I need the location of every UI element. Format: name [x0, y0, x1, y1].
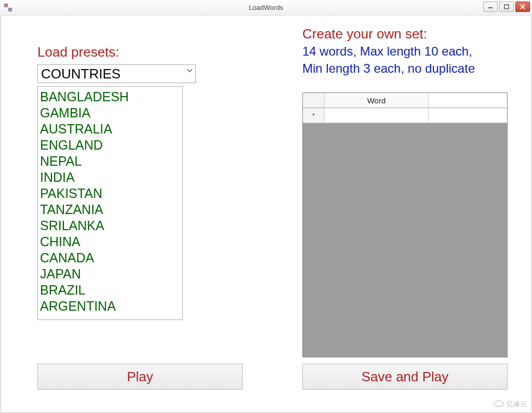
list-item[interactable]: ENGLAND — [40, 137, 179, 153]
list-item[interactable]: NEPAL — [40, 153, 179, 169]
preset-listbox[interactable]: BANGLADESHGAMBIAAUSTRALIAENGLANDNEPALIND… — [37, 86, 183, 320]
grid-cell-word[interactable] — [325, 108, 429, 123]
play-button[interactable]: Play — [37, 364, 243, 390]
watermark: 亿速云 — [493, 399, 527, 409]
cloud-icon — [493, 400, 504, 408]
grid-new-row-marker: * — [303, 108, 325, 123]
grid-header-row: Word — [303, 93, 507, 108]
svg-rect-1 — [504, 5, 509, 9]
list-item[interactable]: CANADA — [40, 250, 179, 266]
watermark-text: 亿速云 — [507, 399, 527, 409]
save-and-play-button[interactable]: Save and Play — [302, 364, 508, 390]
minimize-button[interactable] — [483, 2, 498, 12]
custom-panel: Create your own set: 14 words, Max lengt… — [302, 26, 508, 76]
rules-line-1: 14 words, Max length 10 each, — [302, 44, 508, 59]
list-item[interactable]: PAKISTAN — [40, 185, 179, 202]
preset-heading: Load presets: — [37, 44, 235, 60]
grid-corner-cell — [303, 93, 325, 108]
list-item[interactable]: INDIA — [40, 169, 179, 185]
close-icon — [520, 4, 525, 9]
chevron-down-icon — [186, 67, 193, 74]
list-item[interactable]: BRAZIL — [40, 282, 179, 298]
maximize-icon — [504, 4, 509, 9]
list-item[interactable]: BANGLADESH — [40, 89, 179, 105]
window-title: LoadWords — [0, 4, 532, 11]
list-item[interactable]: SRILANKA — [40, 218, 179, 234]
rules-line-2: Min length 3 each, no duplicate — [302, 61, 508, 76]
word-grid[interactable]: Word * — [302, 92, 508, 357]
preset-combobox-value: COUNTRIES — [41, 66, 121, 82]
client-area: Load presets: COUNTRIES BANGLADESHGAMBIA… — [0, 16, 532, 413]
list-item[interactable]: CHINA — [40, 234, 179, 250]
window-buttons — [483, 2, 530, 12]
list-item[interactable]: TANZANIA — [40, 202, 179, 218]
list-item[interactable]: JAPAN — [40, 266, 179, 282]
maximize-button[interactable] — [499, 2, 514, 12]
close-button[interactable] — [515, 2, 530, 12]
save-and-play-button-label: Save and Play — [362, 369, 449, 385]
play-button-label: Play — [127, 369, 153, 385]
preset-panel: Load presets: COUNTRIES BANGLADESHGAMBIA… — [37, 44, 235, 320]
grid-column-header[interactable]: Word — [325, 93, 429, 108]
list-item[interactable]: GAMBIA — [40, 105, 179, 121]
preset-combobox[interactable]: COUNTRIES — [37, 64, 196, 83]
list-item[interactable]: ARGENTINA — [40, 298, 179, 314]
title-bar: LoadWords — [0, 0, 532, 16]
list-item[interactable]: AUSTRALIA — [40, 121, 179, 137]
grid-new-row[interactable]: * — [303, 108, 507, 123]
minimize-icon — [488, 4, 493, 9]
custom-heading: Create your own set: — [302, 26, 508, 42]
